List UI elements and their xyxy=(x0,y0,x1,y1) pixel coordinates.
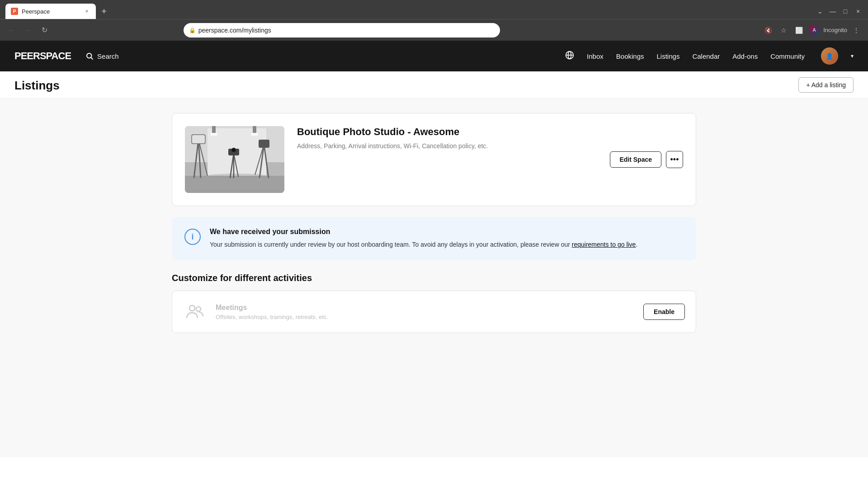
tab-close-button[interactable]: × xyxy=(83,8,90,15)
listing-name: Boutique Photo Studio - Awesome xyxy=(297,126,597,138)
url-display: peerspace.com/mylistings xyxy=(198,27,495,34)
info-icon: i xyxy=(184,229,201,245)
svg-point-10 xyxy=(208,174,266,178)
info-banner-text: Your submission is currently under revie… xyxy=(210,239,637,249)
info-banner-text-end: . xyxy=(636,241,637,248)
calendar-link[interactable]: Calendar xyxy=(692,52,720,60)
address-bar[interactable]: 🔒 peerspace.com/mylistings xyxy=(184,23,500,38)
minimize-button[interactable]: — xyxy=(828,7,837,16)
studio-photo xyxy=(185,126,284,193)
forward-button[interactable]: → xyxy=(22,24,34,37)
no-audio-icon: 🔇 xyxy=(762,24,774,37)
more-options-button[interactable]: ••• xyxy=(666,151,683,168)
svg-rect-8 xyxy=(185,176,284,193)
activity-info-meetings: Meetings Offsites, workshops, trainings,… xyxy=(216,304,634,320)
browser-titlebar: P Peerspace × + ⌄ — □ × xyxy=(0,0,868,19)
maximize-button[interactable]: □ xyxy=(841,7,850,16)
svg-rect-16 xyxy=(192,135,205,143)
incognito-label: Incognito xyxy=(823,27,847,33)
browser-chrome: P Peerspace × + ⌄ — □ × ← → ↻ 🔒 peerspac… xyxy=(0,0,868,41)
page-title: Listings xyxy=(14,79,60,98)
search-nav-item[interactable]: Search xyxy=(85,52,119,60)
svg-point-26 xyxy=(232,149,235,151)
page-content: Boutique Photo Studio - Awesome Address,… xyxy=(163,99,705,353)
customize-section-title: Customize for different activities xyxy=(172,273,696,283)
close-button[interactable]: × xyxy=(854,7,863,16)
inbox-link[interactable]: Inbox xyxy=(587,52,604,60)
browser-tab[interactable]: P Peerspace × xyxy=(5,4,96,19)
community-link[interactable]: Community xyxy=(770,52,805,60)
meetings-icon xyxy=(183,300,207,324)
back-button[interactable]: ← xyxy=(5,24,18,37)
requirements-link[interactable]: requirements to go live xyxy=(572,241,636,248)
split-screen-icon[interactable]: ⬜ xyxy=(793,24,805,37)
svg-rect-20 xyxy=(259,140,269,148)
svg-point-31 xyxy=(189,305,195,311)
page-body: PEERSPACE Search Inbox Bookings Listings… xyxy=(0,41,868,457)
info-banner-main-text: Your submission is currently under revie… xyxy=(210,241,570,248)
browser-right-icons: 🔇 ☆ ⬜ A Incognito ⋮ xyxy=(762,24,863,37)
listing-subtitle: Address, Parking, Arrival instructions, … xyxy=(297,142,597,150)
svg-rect-30 xyxy=(251,133,258,136)
svg-rect-28 xyxy=(211,133,217,136)
listing-actions: Edit Space ••• xyxy=(610,151,683,168)
info-banner-title: We have received your submission xyxy=(210,228,637,236)
new-tab-button[interactable]: + xyxy=(98,5,110,18)
activity-name-meetings: Meetings xyxy=(216,304,634,312)
addons-link[interactable]: Add-ons xyxy=(732,52,758,60)
edit-space-button[interactable]: Edit Space xyxy=(610,151,661,168)
window-controls: ⌄ — □ × xyxy=(816,7,863,16)
info-banner-content: We have received your submission Your su… xyxy=(210,228,637,249)
profile-avatar[interactable]: A xyxy=(808,24,821,37)
info-banner: i We have received your submission Your … xyxy=(172,217,696,260)
svg-point-32 xyxy=(196,307,201,311)
profile-chevron-icon[interactable]: ▾ xyxy=(851,53,854,59)
nav-links: Inbox Bookings Listings Calendar Add-ons… xyxy=(565,47,854,65)
globe-icon[interactable] xyxy=(565,51,574,62)
browser-menu-button[interactable]: ⋮ xyxy=(850,24,863,37)
tab-title: Peerspace xyxy=(22,8,80,15)
enable-meetings-button[interactable]: Enable xyxy=(643,304,685,320)
refresh-button[interactable]: ↻ xyxy=(38,24,51,37)
activity-desc-meetings: Offsites, workshops, trainings, retreats… xyxy=(216,314,634,320)
peerspace-logo[interactable]: PEERSPACE xyxy=(14,50,71,62)
svg-line-1 xyxy=(91,57,93,59)
add-listing-button[interactable]: + Add a listing xyxy=(798,77,854,93)
tab-list-button[interactable]: ⌄ xyxy=(816,7,825,16)
listing-image xyxy=(185,126,284,193)
user-profile-avatar[interactable]: 👤 xyxy=(821,47,838,65)
activity-card-meetings: Meetings Offsites, workshops, trainings,… xyxy=(172,291,696,333)
listing-info: Boutique Photo Studio - Awesome Address,… xyxy=(297,126,597,150)
svg-point-0 xyxy=(87,53,92,58)
listings-link[interactable]: Listings xyxy=(657,52,680,60)
security-lock-icon: 🔒 xyxy=(189,27,196,33)
search-label: Search xyxy=(97,52,119,60)
bookings-link[interactable]: Bookings xyxy=(616,52,644,60)
main-nav: PEERSPACE Search Inbox Bookings Listings… xyxy=(0,41,868,71)
listing-card: Boutique Photo Studio - Awesome Address,… xyxy=(172,113,696,206)
search-icon xyxy=(85,52,94,60)
browser-toolbar: ← → ↻ 🔒 peerspace.com/mylistings 🔇 ☆ ⬜ A… xyxy=(0,19,868,41)
tab-favicon: P xyxy=(11,8,18,15)
bookmark-icon[interactable]: ☆ xyxy=(777,24,790,37)
listings-header: Listings + Add a listing xyxy=(0,71,868,99)
